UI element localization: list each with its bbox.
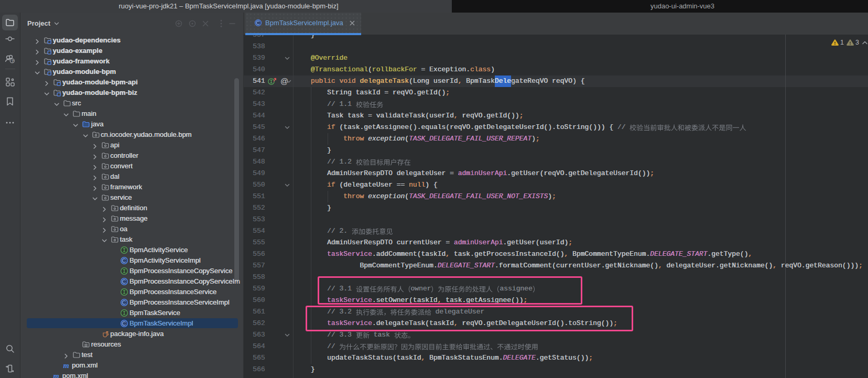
svg-text:m: m	[63, 361, 69, 370]
svg-text:?: ?	[12, 59, 14, 63]
svg-text:m: m	[53, 372, 59, 378]
